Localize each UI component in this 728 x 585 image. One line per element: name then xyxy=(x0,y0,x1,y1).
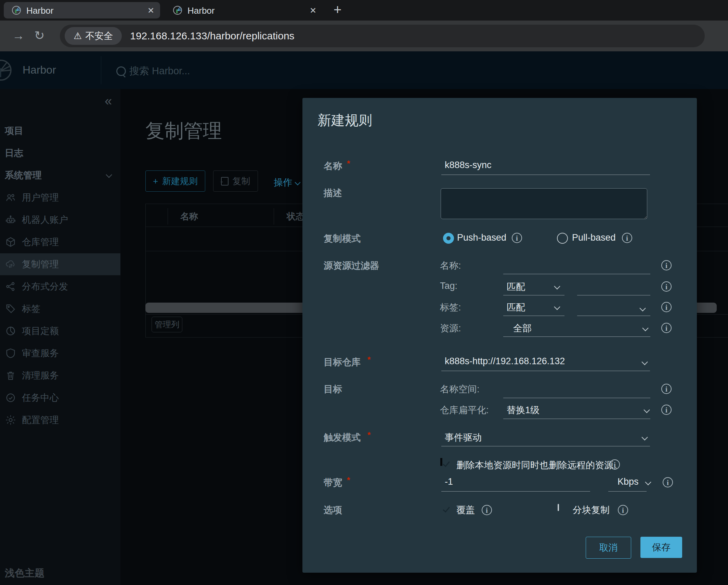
browser-tab-bar: Harbor ✕ Harbor ✕ + xyxy=(0,0,728,21)
options-label: 选项 xyxy=(324,504,342,516)
sidebar-item-robot-accounts[interactable]: 机器人账户 xyxy=(0,209,120,231)
trigger-underline xyxy=(441,446,650,446)
required-asterisk: * xyxy=(347,475,350,485)
copy-icon xyxy=(221,177,229,186)
sidebar-item-logs[interactable]: 日志 xyxy=(0,142,120,164)
manage-columns-button[interactable]: 管理列 xyxy=(152,317,182,332)
address-bar[interactable]: ⚠ 不安全 192.168.126.133/harbor/replication… xyxy=(60,25,705,47)
name-input[interactable]: k888s-sync xyxy=(445,160,492,170)
push-based-label: Push-based xyxy=(457,232,506,243)
table-col-status[interactable]: 状态 xyxy=(287,211,304,222)
flatten-select[interactable]: 替换1级 xyxy=(507,404,540,416)
filter-name-input[interactable] xyxy=(503,274,650,274)
actions-dropdown[interactable]: 操作 xyxy=(274,176,300,189)
info-icon[interactable]: i xyxy=(482,505,492,515)
table-col-name[interactable]: 名称 xyxy=(180,211,198,222)
destination-underline xyxy=(441,371,650,371)
sidebar-item-projects[interactable]: 项目 xyxy=(0,120,120,142)
sidebar-item-labels[interactable]: 标签 xyxy=(0,298,120,320)
browser-tab-1[interactable]: Harbor ✕ xyxy=(4,2,160,18)
security-badge[interactable]: ⚠ 不安全 xyxy=(65,27,122,45)
chevron-down-icon xyxy=(641,359,648,365)
sidebar-item-garbage-collection[interactable]: 清理服务 xyxy=(0,365,120,386)
header-divider xyxy=(101,56,101,84)
bandwidth-unit-select[interactable]: Kbps xyxy=(618,476,639,487)
name-input-underline xyxy=(441,175,650,175)
filter-tag-select[interactable]: 匹配 xyxy=(507,281,525,293)
trash-icon xyxy=(5,370,16,381)
plus-icon: + xyxy=(153,176,158,187)
pull-based-label: Pull-based xyxy=(572,232,616,243)
share-icon xyxy=(5,281,16,292)
robot-icon xyxy=(5,214,16,226)
new-rule-dialog: 新建规则 名称 * k888s-sync 描述 复制模式 Push-based … xyxy=(302,98,697,573)
description-textarea[interactable] xyxy=(441,188,647,219)
sidebar-item-configuration[interactable]: 配置管理 xyxy=(0,409,120,431)
chunk-checkbox[interactable] xyxy=(558,504,559,511)
browser-tab-2[interactable]: Harbor ✕ xyxy=(162,2,325,18)
tab-close-icon[interactable]: ✕ xyxy=(310,6,316,15)
new-rule-button[interactable]: + 新建规则 xyxy=(145,170,205,192)
filter-label-select[interactable]: 匹配 xyxy=(507,301,525,314)
reload-icon[interactable]: ↻ xyxy=(34,29,44,42)
destination-select[interactable]: k888s-http://192.168.126.132 xyxy=(445,356,565,367)
sidebar-item-users[interactable]: 用户管理 xyxy=(0,187,120,208)
chevron-down-icon xyxy=(641,434,648,440)
sidebar-item-system-management[interactable]: 系统管理 xyxy=(0,164,120,186)
filter-tag-select-underline xyxy=(503,295,564,295)
sidebar-item-interrogation-services[interactable]: 审查服务 xyxy=(0,342,120,364)
table-border-left xyxy=(145,204,146,337)
filter-resource-select[interactable]: 全部 xyxy=(513,322,532,334)
namespace-input[interactable] xyxy=(503,398,650,398)
tab-close-icon[interactable]: ✕ xyxy=(147,6,154,15)
info-icon[interactable]: i xyxy=(663,477,673,487)
sidebar-item-project-quotas[interactable]: 项目定额 xyxy=(0,320,120,342)
filter-label-value-select[interactable] xyxy=(577,316,650,316)
info-icon[interactable]: i xyxy=(661,405,672,415)
pull-based-radio[interactable] xyxy=(557,233,568,244)
info-icon[interactable]: i xyxy=(610,459,620,470)
info-icon[interactable]: i xyxy=(512,233,522,243)
trigger-select[interactable]: 事件驱动 xyxy=(445,431,482,444)
global-search[interactable]: 搜索 Harbor... xyxy=(116,64,190,78)
filter-name-label: 名称: xyxy=(440,259,461,272)
info-icon[interactable]: i xyxy=(661,384,672,394)
info-icon[interactable]: i xyxy=(661,302,672,312)
copy-button[interactable]: 复制 xyxy=(213,170,258,192)
forward-icon[interactable]: → xyxy=(12,29,25,42)
source-filter-label: 源资源过滤器 xyxy=(324,259,379,272)
filter-label-label: 标签: xyxy=(440,301,461,314)
screen: Harbor ✕ Harbor ✕ + → ↻ ⚠ 不安全 192.168.12… xyxy=(0,0,728,585)
light-theme-toggle[interactable]: 浅色主题 xyxy=(5,567,44,580)
app-header: Harbor 搜索 Harbor... xyxy=(0,51,728,89)
save-button[interactable]: 保存 xyxy=(640,537,682,558)
info-icon[interactable]: i xyxy=(661,260,672,270)
table-col-divider xyxy=(168,208,168,225)
info-icon[interactable]: i xyxy=(661,323,672,333)
sidebar-item-distribution[interactable]: 分布式分发 xyxy=(0,276,120,297)
info-icon[interactable]: i xyxy=(622,233,632,243)
push-based-radio[interactable] xyxy=(443,233,454,244)
sidebar-collapse-icon[interactable]: « xyxy=(105,96,112,106)
new-tab-button[interactable]: + xyxy=(334,3,341,16)
bandwidth-input[interactable]: -1 xyxy=(445,476,453,487)
sidebar: « 项目 日志 系统管理 用户管理 机器人账户 仓库管理 复制管理 分布式分发 xyxy=(0,89,120,585)
sidebar-item-job-center[interactable]: 任务中心 xyxy=(0,387,120,409)
info-icon[interactable]: i xyxy=(618,505,628,515)
brand-title: Harbor xyxy=(23,64,56,76)
info-icon[interactable]: i xyxy=(661,281,672,292)
cancel-button[interactable]: 取消 xyxy=(586,537,631,559)
dialog-title: 新建规则 xyxy=(317,111,372,130)
destination-label: 目标仓库 xyxy=(324,356,361,368)
sidebar-item-replications[interactable]: 复制管理 xyxy=(0,253,120,275)
browser-toolbar: → ↻ ⚠ 不安全 192.168.126.133/harbor/replica… xyxy=(0,21,728,51)
bandwidth-underline xyxy=(441,491,590,492)
url-text: 192.168.126.133/harbor/replications xyxy=(130,30,294,42)
filter-resource-label: 资源: xyxy=(440,322,461,334)
security-badge-label: 不安全 xyxy=(85,30,113,42)
sidebar-item-registries[interactable]: 仓库管理 xyxy=(0,231,120,253)
search-icon xyxy=(116,66,126,76)
chevron-down-icon xyxy=(642,325,648,331)
bandwidth-label: 带宽 xyxy=(324,476,342,489)
filter-tag-input[interactable] xyxy=(577,295,650,295)
